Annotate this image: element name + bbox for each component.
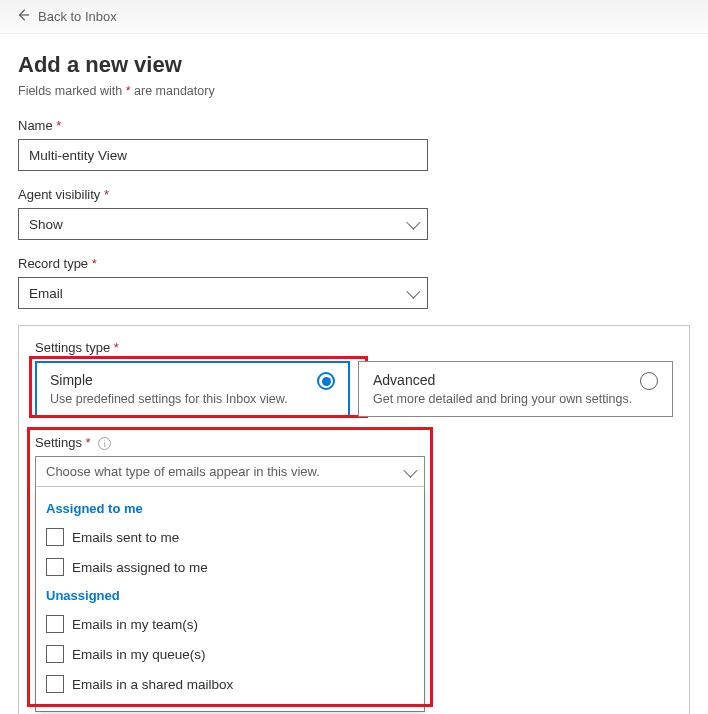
name-label: Name * (18, 118, 690, 133)
settings-type-simple-option[interactable]: Simple Use predefined settings for this … (35, 361, 350, 417)
agent-visibility-label: Agent visibility * (18, 187, 690, 202)
radio-selected-icon (317, 372, 335, 390)
chevron-down-icon (406, 216, 420, 230)
group-header: Assigned to me (44, 495, 416, 522)
chevron-down-icon (406, 285, 420, 299)
mandatory-note: Fields marked with * are mandatory (18, 84, 690, 98)
chevron-down-icon (403, 463, 417, 477)
info-icon[interactable]: i (98, 437, 111, 450)
option-emails-sent-to-me[interactable]: Emails sent to me (44, 522, 416, 552)
group-header: Unassigned (44, 582, 416, 609)
settings-dropdown-toggle[interactable]: Choose what type of emails appear in thi… (36, 457, 424, 487)
page-title: Add a new view (18, 52, 690, 78)
option-emails-in-my-queues[interactable]: Emails in my queue(s) (44, 639, 416, 669)
option-emails-in-a-shared-mailbox[interactable]: Emails in a shared mailbox (44, 669, 416, 699)
settings-dropdown: Choose what type of emails appear in thi… (35, 456, 425, 712)
agent-visibility-select[interactable]: Show (18, 208, 428, 240)
arrow-left-icon (16, 8, 30, 25)
checkbox-icon (46, 528, 64, 546)
option-emails-assigned-to-me[interactable]: Emails assigned to me (44, 552, 416, 582)
checkbox-icon (46, 615, 64, 633)
agent-visibility-value: Show (29, 217, 63, 232)
settings-type-panel: Settings type * Simple Use predefined se… (18, 325, 690, 714)
settings-placeholder: Choose what type of emails appear in thi… (46, 464, 320, 479)
back-link-label: Back to Inbox (38, 9, 117, 24)
option-title: Advanced (373, 372, 632, 388)
name-input[interactable] (18, 139, 428, 171)
radio-unselected-icon (640, 372, 658, 390)
checkbox-icon (46, 645, 64, 663)
settings-type-label: Settings type * (35, 340, 673, 355)
record-type-select[interactable]: Email (18, 277, 428, 309)
record-type-label: Record type * (18, 256, 690, 271)
record-type-value: Email (29, 286, 63, 301)
back-to-inbox-link[interactable]: Back to Inbox (16, 8, 117, 25)
option-title: Simple (50, 372, 288, 388)
option-emails-in-my-teams[interactable]: Emails in my team(s) (44, 609, 416, 639)
checkbox-icon (46, 675, 64, 693)
option-desc: Use predefined settings for this Inbox v… (50, 392, 288, 406)
settings-dropdown-body: Assigned to me Emails sent to me Emails … (36, 487, 424, 711)
settings-label: Settings * i (35, 435, 673, 450)
checkbox-icon (46, 558, 64, 576)
settings-type-advanced-option[interactable]: Advanced Get more detailed and bring you… (358, 361, 673, 417)
option-desc: Get more detailed and bring your own set… (373, 392, 632, 406)
